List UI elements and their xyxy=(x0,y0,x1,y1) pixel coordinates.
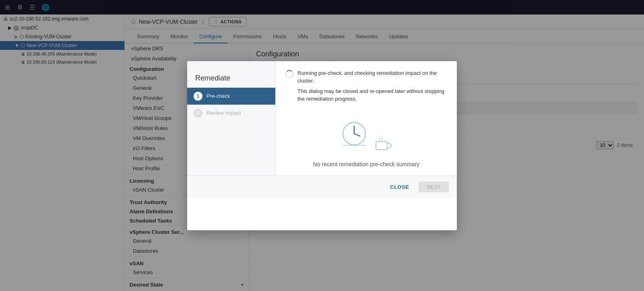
coffee-illustration xyxy=(374,137,394,151)
illustration-area xyxy=(285,119,447,151)
spinner-icon xyxy=(285,70,293,78)
step-num-1: 1 xyxy=(194,92,202,101)
clock-illustration xyxy=(339,119,371,151)
precheck-info: Running pre-check, and checking remediat… xyxy=(285,69,447,103)
precheck-reopen-text: This dialog may be closed and re-opened … xyxy=(297,87,447,103)
precheck-text-block: Running pre-check, and checking remediat… xyxy=(297,69,447,103)
step-num-2: 2 xyxy=(194,109,202,118)
svg-line-2 xyxy=(354,134,360,136)
svg-rect-4 xyxy=(376,142,387,150)
remediate-dialog: Remediate 1 Pre-check 2 Review Impact xyxy=(187,61,457,230)
close-button[interactable]: CLOSE xyxy=(385,182,414,192)
dialog-title: Remediate xyxy=(187,68,275,88)
dialog-footer: CLOSE NEXT xyxy=(187,175,457,198)
next-button[interactable]: NEXT xyxy=(419,182,449,192)
dialog-content: Running pre-check, and checking remediat… xyxy=(276,61,457,175)
no-summary-text: No recent remediation pre-check summary xyxy=(285,161,447,167)
modal-overlay: Remediate 1 Pre-check 2 Review Impact xyxy=(0,0,644,291)
dialog-sidebar: Remediate 1 Pre-check 2 Review Impact xyxy=(187,61,276,175)
dialog-step-review[interactable]: 2 Review Impact xyxy=(187,105,275,122)
dialog-step-precheck[interactable]: 1 Pre-check xyxy=(187,88,275,105)
precheck-running-text: Running pre-check, and checking remediat… xyxy=(297,69,447,85)
